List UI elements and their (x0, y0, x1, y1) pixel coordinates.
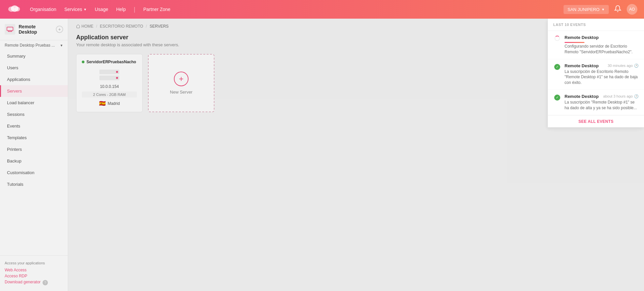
nav-partner-zone[interactable]: Partner Zone (143, 7, 171, 12)
services-chevron-icon: ▼ (83, 8, 87, 11)
event-item: Remote Desktop Configurando servidor de … (548, 31, 644, 59)
event-time: 30 minutes ago (608, 64, 633, 68)
event-description: La suscripción "Remote Desktop #1" se ha… (565, 100, 637, 110)
event-description: La suscripción de Escritorio Remoto "Rem… (565, 69, 638, 85)
nav-links: Organisation Services ▼ Usage Help | Par… (30, 6, 564, 13)
event-title-row: Remote Desktop about 3 hours ago 🕐 (565, 94, 639, 99)
event-loading-icon (553, 35, 561, 43)
region-label: SAN JUNIPERO (568, 7, 599, 12)
topnav: Organisation Services ▼ Usage Help | Par… (0, 0, 644, 19)
event-item: ✓ Remote Desktop 30 minutes ago 🕐 La sus… (548, 59, 644, 90)
logo-icon (7, 3, 20, 16)
event-content: Remote Desktop Configurando servidor de … (565, 35, 639, 55)
nav-organisation[interactable]: Organisation (30, 7, 56, 12)
topnav-right: SAN JUNIPERO ▼ AO (564, 4, 637, 15)
user-avatar[interactable]: AO (627, 4, 637, 15)
see-all-events-link[interactable]: SEE ALL EVENTS (579, 119, 614, 124)
events-panel-footer: SEE ALL EVENTS (548, 115, 644, 127)
avatar-initials: AO (629, 7, 635, 12)
region-chevron-icon: ▼ (601, 8, 605, 11)
event-title-row: Remote Desktop (565, 35, 639, 40)
nav-separator: | (134, 6, 135, 13)
event-item: ✓ Remote Desktop about 3 hours ago 🕐 La … (548, 90, 644, 115)
event-clock-icon: 🕐 (634, 64, 639, 68)
event-success-icon: ✓ (553, 94, 561, 102)
events-list: Remote Desktop Configurando servidor de … (548, 31, 644, 115)
event-app-name: Remote Desktop (565, 63, 599, 68)
events-panel-header: LAST 10 EVENTS (548, 19, 644, 31)
region-selector[interactable]: SAN JUNIPERO ▼ (564, 5, 609, 14)
svg-point-2 (15, 7, 20, 11)
event-progress-bar (565, 42, 584, 43)
event-title-row: Remote Desktop 30 minutes ago 🕐 (565, 63, 639, 68)
nav-help[interactable]: Help (116, 7, 126, 12)
event-app-name: Remote Desktop (565, 35, 599, 40)
event-clock-icon: 🕐 (634, 94, 639, 99)
event-content: Remote Desktop about 3 hours ago 🕐 La su… (565, 94, 639, 111)
event-description: Configurando servidor de Escritorio Remo… (565, 44, 633, 54)
event-success-icon: ✓ (553, 63, 561, 71)
event-time: about 3 hours ago (603, 94, 633, 98)
notifications-bell[interactable] (614, 5, 621, 14)
event-app-name: Remote Desktop (565, 94, 599, 99)
events-panel: LAST 10 EVENTS Remote Desktop Configuran… (548, 19, 644, 128)
nav-services[interactable]: Services ▼ (64, 7, 87, 12)
event-content: Remote Desktop 30 minutes ago 🕐 La suscr… (565, 63, 639, 86)
nav-usage[interactable]: Usage (95, 7, 108, 12)
